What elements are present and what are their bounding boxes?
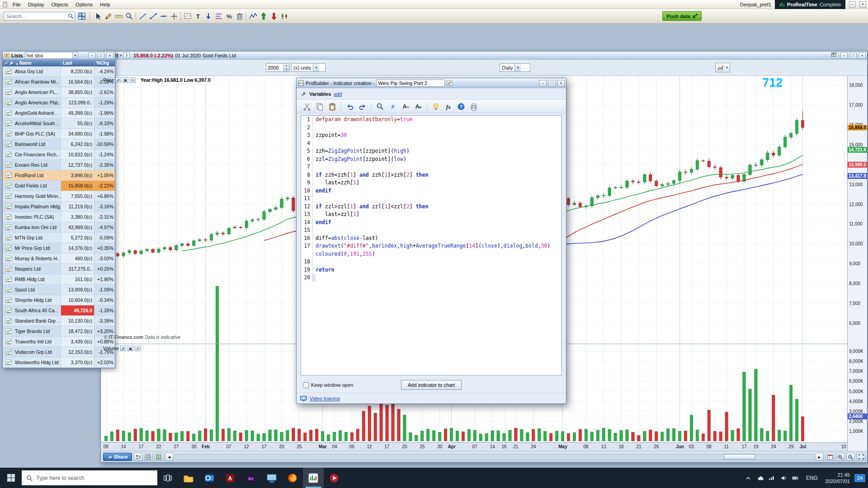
list-item[interactable]: RMB Hldg Ltd161.0(c)+1.90% [3,274,115,285]
code-line[interactable]: 5zzh=ZigZagPoint[zzpoint](high) [301,147,561,155]
code-editor[interactable]: 1defparam drawonlastbaronly=true23zzpoin… [301,115,562,375]
cut-icon[interactable] [301,101,313,112]
dialog-close-button[interactable]: × [557,80,565,86]
list-item[interactable]: MTN Grp Ltd5,272.0(c)-0.09% [3,233,115,243]
code-line[interactable]: 1defparam drawonlastbaronly=true [301,116,561,124]
list-item[interactable]: Standard Bank Grp ..10,130.0(c)-3.39% [3,316,115,326]
share-button[interactable]: Share [103,453,132,461]
tray-network-icon[interactable] [768,474,775,482]
row-chart-icon[interactable] [3,87,14,97]
row-chart-icon[interactable] [3,191,14,201]
code-line[interactable]: 12if zzl>zzl[1] and zzl[1]<zzl[2] then [301,203,561,211]
taskbar-app-firefox[interactable] [282,468,303,488]
list-item[interactable]: Truworths Intl Ltd3,439.0(c)+0.88% [3,337,115,347]
list-selector[interactable]: hot stox▾ [25,52,78,59]
workspace-windows-button[interactable] [76,11,87,21]
zoom-tool-icon[interactable] [124,11,134,21]
row-chart-icon[interactable] [3,295,14,305]
chart-style-button[interactable]: ▾ [715,63,730,72]
video-training-link[interactable]: Video training [310,396,340,401]
list-item[interactable]: Murray & Roberts H..480.0(c)-3.03% [3,253,115,264]
row-chart-icon[interactable] [3,170,14,180]
time-scrollbar[interactable] [175,454,813,460]
menu-help[interactable]: Help [96,1,114,8]
text-tool-icon[interactable]: T [193,11,203,21]
copy-icon[interactable] [314,101,326,112]
print-icon[interactable] [468,101,480,112]
fibonacci-tool-icon[interactable] [213,11,224,21]
list-item[interactable]: Kumba Iron Ore Ltd43,999.0(c)-4.97% [3,222,115,233]
menu-objects[interactable]: Objects [48,1,72,8]
row-chart-icon[interactable] [3,337,14,347]
chart-titlebar[interactable]: GFI ▾ i 15,858.0 (-2.22%) 01 Jul 2020 Go… [101,52,867,60]
tray-volume-icon[interactable] [780,474,787,482]
list-item[interactable]: Vodacom Grp Ltd12,153.0(c)-1.75% [3,347,115,357]
lists-close-button[interactable]: × [106,52,113,59]
code-line[interactable]: 3zzpoint=30 [301,131,561,140]
comment-icon[interactable]: // [387,101,399,112]
language-indicator[interactable]: ENG [802,475,821,481]
menu-options[interactable]: Options [72,1,96,8]
row-chart-icon[interactable] [3,129,14,139]
export-sheet-icon[interactable] [155,453,163,461]
lists-titlebar[interactable]: Lists hot stox▾ – □ × [3,52,115,60]
trash-tool-icon[interactable] [234,11,245,21]
dialog-maximize-button[interactable]: □ [548,80,556,86]
taskbar-app-file-explorer[interactable] [178,468,199,488]
list-item[interactable]: Barloworld Ltd6,242.0(c)-10.59% [3,139,115,150]
row-chart-icon[interactable] [3,181,14,191]
code-line[interactable]: 10endif [301,187,561,195]
add-indicator-button[interactable]: Add indicator to chart [401,380,462,390]
tray-battery-icon[interactable] [792,474,799,482]
scroll-left-button[interactable]: ◂ [165,453,174,461]
scrollbar-thumb[interactable] [724,454,755,460]
pointer-tool-icon[interactable] [93,11,103,21]
code-line[interactable]: 2 [301,124,561,132]
code-line[interactable]: 4 [301,140,561,148]
segment-tool-icon[interactable] [148,11,158,21]
code-line[interactable]: 13 last=zzl[1] [301,211,561,219]
list-item[interactable]: Investec PLC (SA)3,380.0(c)-2.31% [3,212,115,222]
arrow-up-tool-icon[interactable] [258,11,269,21]
zoom-in-button[interactable] [836,453,844,461]
list-item[interactable]: South Africa 40 Ca..49,726.0-1.26% [3,305,115,316]
list-item[interactable]: Harmony Gold Minin..7,555.0(c)+6.86% [3,191,115,202]
lists-maximize-button[interactable]: □ [97,52,104,59]
timeframe-select[interactable]: Daily▾ [500,63,530,72]
row-chart-icon[interactable] [3,274,14,284]
row-chart-icon[interactable] [3,150,14,160]
arrow-tool-icon[interactable] [203,11,213,21]
row-chart-icon[interactable] [3,202,14,211]
zoom-out-button[interactable] [846,453,855,461]
list-item[interactable]: Naspers Ltd317,275.0..+0.25% [3,264,115,274]
search-icon[interactable] [68,13,74,19]
price-axis[interactable]: 18,00017,00016,00015,00014,00013,00012,0… [847,76,867,451]
list-item[interactable]: Absa Grp Ltd8,220.0(c)-4.24% [3,66,115,77]
functions-icon[interactable]: fx [443,101,454,112]
close-button[interactable]: × [859,52,866,59]
list-item[interactable]: BHP Grp PLC (SA)34,680.0(c)-1.98% [3,129,115,139]
scroll-right-button[interactable]: ▸ [815,453,824,461]
row-chart-icon[interactable] [3,77,14,87]
layout-table-icon[interactable] [831,52,839,59]
code-line[interactable]: 17drawtext("#diff#",barindex,high+Averag… [301,242,561,250]
price-pane-close-icon[interactable]: ✕ [130,77,136,83]
row-chart-icon[interactable] [3,347,14,357]
price-pane-settings-icon[interactable] [115,77,121,83]
arrow-down-tool-icon[interactable] [269,11,279,21]
taskbar-app-adobe-app[interactable]: Ae [241,468,261,488]
row-chart-icon[interactable] [3,305,14,315]
row-chart-icon[interactable] [3,66,14,76]
taskbar-app-outlook[interactable] [199,468,220,488]
go-to-date-icon[interactable] [826,453,834,461]
grid-view-icon[interactable] [144,453,153,461]
volume-pane-settings-icon[interactable] [120,346,126,351]
add-variable-link[interactable]: add [334,91,342,97]
redo-icon[interactable] [357,101,368,112]
workspace-close-button[interactable]: × [859,1,866,8]
code-line[interactable]: 14endif [301,219,561,227]
row-chart-icon[interactable] [3,118,14,128]
start-button[interactable] [0,468,22,488]
tray-onedrive-icon[interactable] [756,474,764,482]
code-line[interactable]: 15 [301,226,561,235]
